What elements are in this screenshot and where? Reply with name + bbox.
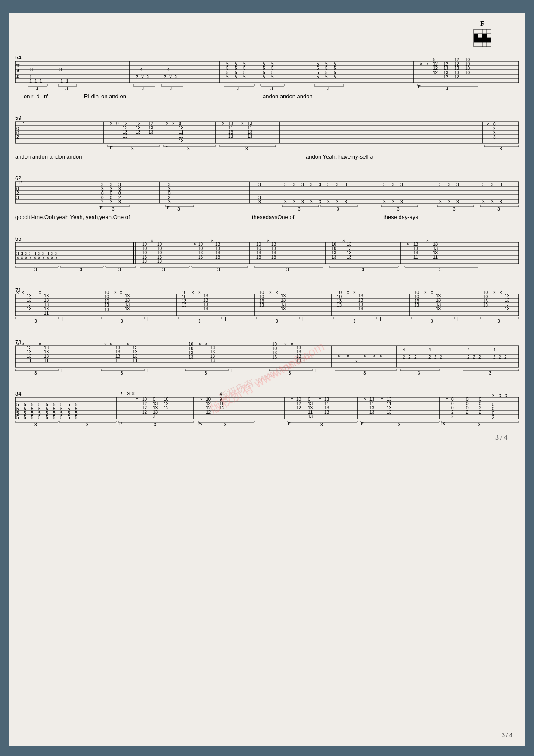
- svg-text:3: 3: [500, 182, 502, 187]
- svg-text:×: ×: [38, 256, 40, 260]
- svg-text:×: ×: [426, 238, 429, 243]
- svg-text:×: ×: [25, 256, 28, 260]
- svg-text:5: 5: [243, 75, 246, 79]
- svg-text:3: 3: [284, 182, 287, 187]
- svg-text:2: 2: [466, 410, 469, 415]
- svg-text:×: ×: [407, 242, 410, 247]
- svg-text:×: ×: [192, 290, 194, 295]
- svg-text:×: ×: [381, 397, 383, 402]
- svg-text:3: 3: [446, 86, 448, 91]
- svg-text:I*: I*: [119, 422, 122, 426]
- svg-text:13: 13: [256, 255, 261, 259]
- svg-text:3: 3: [453, 207, 456, 212]
- svg-text:3: 3: [362, 267, 364, 272]
- svg-text:3: 3: [336, 182, 338, 187]
- svg-text:13: 13: [347, 255, 352, 259]
- svg-text:3: 3: [112, 207, 115, 212]
- svg-text:×: ×: [21, 256, 23, 260]
- svg-text:×: ×: [110, 342, 112, 347]
- svg-text:these day-ays: these day-ays: [383, 214, 418, 220]
- svg-text:×: ×: [420, 62, 422, 66]
- svg-text:I: I: [457, 317, 459, 322]
- svg-text:3: 3: [245, 147, 248, 151]
- svg-text:×: ×: [364, 397, 366, 402]
- svg-text:2: 2: [169, 74, 172, 79]
- page-number: 3 / 4: [502, 732, 512, 739]
- svg-text:3: 3: [327, 86, 329, 91]
- svg-text:3: 3: [448, 200, 450, 204]
- svg-text:I8: I8: [441, 422, 445, 426]
- svg-text:13: 13: [142, 259, 147, 264]
- svg-text:on ri-di-in': on ri-di-in': [24, 93, 48, 100]
- svg-text:3: 3: [499, 394, 501, 398]
- svg-text:×: ×: [198, 290, 201, 295]
- svg-text:3: 3: [59, 67, 62, 72]
- svg-text:2: 2: [478, 355, 481, 359]
- svg-text:13: 13: [248, 134, 253, 139]
- svg-text:×: ×: [426, 62, 429, 66]
- svg-text:13: 13: [27, 306, 32, 311]
- svg-text:3: 3: [482, 182, 485, 187]
- svg-text:×: ×: [42, 256, 45, 260]
- svg-text:1: 1: [34, 78, 37, 84]
- svg-text:2: 2: [414, 355, 417, 359]
- svg-text:3: 3: [310, 182, 313, 187]
- svg-text:I5: I5: [198, 422, 202, 426]
- svg-rect-11: [478, 38, 482, 42]
- svg-text:2: 2: [440, 355, 442, 359]
- svg-text:×: ×: [338, 354, 341, 359]
- svg-text:12: 12: [444, 75, 449, 79]
- svg-text:I: I: [225, 317, 226, 322]
- svg-text:13: 13: [203, 306, 208, 311]
- svg-text:5: 5: [334, 75, 336, 79]
- svg-text:2: 2: [467, 355, 470, 359]
- svg-text:2: 2: [434, 355, 437, 359]
- svg-text:2: 2: [164, 74, 166, 79]
- svg-text:84: 84: [15, 390, 21, 397]
- svg-text:13: 13: [228, 134, 233, 139]
- svg-text:3: 3: [345, 182, 347, 187]
- svg-text:13: 13: [125, 306, 130, 311]
- svg-text:×: ×: [241, 121, 244, 126]
- svg-text:3: 3: [448, 182, 450, 187]
- svg-text:3: 3: [80, 267, 82, 272]
- svg-text:×: ×: [166, 121, 168, 126]
- svg-text:12: 12: [142, 410, 147, 415]
- svg-text:13: 13: [136, 130, 141, 134]
- svg-text:3: 3: [491, 182, 494, 187]
- svg-text:3: 3: [142, 86, 145, 91]
- svg-text:×: ×: [131, 390, 135, 397]
- svg-text:×: ×: [151, 238, 153, 243]
- svg-text:12: 12: [220, 406, 225, 410]
- svg-text:5: 5: [235, 75, 237, 79]
- svg-text:I*: I*: [19, 181, 22, 185]
- svg-text:T: T: [16, 63, 20, 68]
- svg-text:3: 3: [439, 200, 442, 204]
- svg-text:×: ×: [199, 342, 202, 347]
- svg-text:5: 5: [68, 415, 70, 420]
- svg-text:13: 13: [358, 306, 363, 311]
- svg-text:2: 2: [141, 74, 144, 79]
- sheet-music-svg: F 54 T A B: [9, 13, 525, 746]
- svg-text:13: 13: [271, 255, 276, 259]
- svg-text:3: 3: [478, 422, 481, 427]
- svg-text:3: 3: [301, 200, 304, 204]
- svg-text:5: 5: [263, 75, 265, 79]
- svg-text:3: 3: [398, 422, 400, 427]
- svg-text:13: 13: [179, 138, 184, 143]
- svg-text:13: 13: [387, 410, 392, 415]
- svg-text:I*: I*: [110, 145, 113, 150]
- svg-text:3: 3: [293, 200, 295, 204]
- svg-text:3: 3: [392, 200, 394, 204]
- svg-text:3: 3: [170, 86, 173, 91]
- svg-text:3: 3: [301, 182, 304, 187]
- svg-text:54: 54: [15, 54, 21, 61]
- svg-rect-14: [482, 34, 487, 38]
- svg-text:4: 4: [493, 347, 496, 352]
- svg-text:3: 3: [36, 86, 38, 91]
- svg-text:3: 3: [489, 371, 491, 375]
- svg-text:13: 13: [483, 303, 488, 308]
- svg-text:thesedaysOne of: thesedaysOne of: [252, 214, 295, 220]
- svg-text:I: I: [62, 317, 64, 322]
- svg-text:3: 3: [198, 319, 201, 324]
